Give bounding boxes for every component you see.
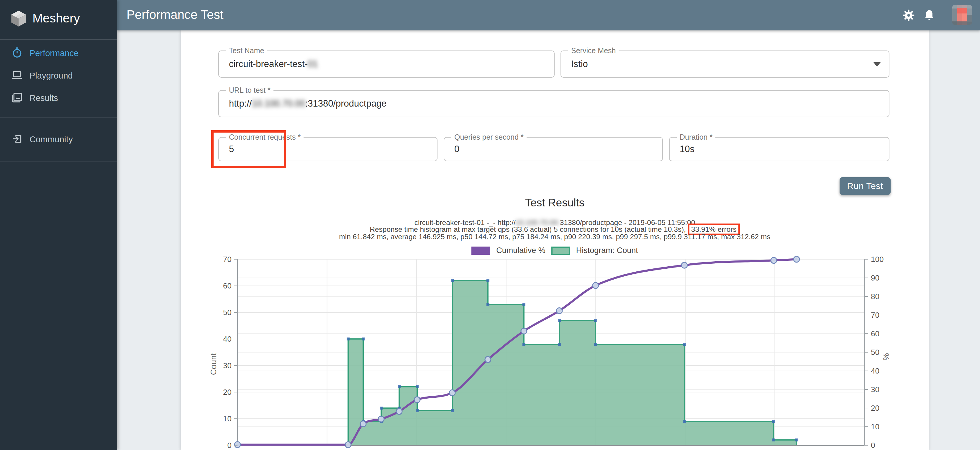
sidebar-item-label: Performance	[30, 48, 78, 58]
duration-field[interactable]: Duration * 10s	[669, 137, 889, 161]
sidebar-item-results[interactable]: Results	[0, 86, 117, 109]
results-summary-line2: Response time histogram at max target qp…	[181, 225, 929, 233]
url-label: URL to test *	[226, 86, 274, 94]
content-card: Test Name circuit-breaker-test-01 Servic…	[181, 30, 929, 450]
svg-text:80: 80	[871, 292, 880, 301]
sidebar-item-label: Community	[30, 135, 73, 144]
duration-label: Duration *	[677, 133, 715, 142]
svg-text:40: 40	[871, 367, 880, 375]
app-title: Meshery	[32, 11, 80, 26]
svg-text:60: 60	[871, 329, 880, 338]
svg-text:40: 40	[223, 335, 232, 343]
blurred-text: 01	[308, 59, 318, 69]
sidebar-item-label: Playground	[30, 71, 73, 81]
user-avatar[interactable]	[952, 5, 972, 25]
svg-text:90: 90	[871, 273, 880, 282]
notifications-bell-icon[interactable]	[923, 9, 936, 22]
annotation-highlight-box	[211, 130, 286, 168]
sidebar-item-playground[interactable]: Playground	[0, 64, 117, 86]
sidebar-divider	[0, 39, 117, 40]
timer-icon	[11, 47, 23, 59]
queries-per-second-value: 0	[454, 144, 459, 155]
sidebar: Meshery Performance Playground	[0, 0, 117, 450]
run-test-button[interactable]: Run Test	[840, 177, 891, 195]
svg-text:10: 10	[223, 414, 232, 423]
sidebar-divider	[0, 117, 117, 118]
svg-text:20: 20	[871, 404, 880, 413]
settings-gear-icon[interactable]	[902, 9, 915, 22]
duration-value: 10s	[680, 144, 694, 155]
results-title: Test Results	[181, 197, 929, 209]
svg-text:60: 60	[223, 281, 232, 290]
meshery-logo-icon	[9, 10, 28, 29]
test-name-label: Test Name	[226, 46, 267, 55]
svg-text:Count: Count	[209, 353, 218, 375]
url-value: http://10.100.70.00:31380/productpage	[229, 98, 387, 109]
svg-text:0: 0	[228, 441, 232, 450]
sidebar-item-community[interactable]: Community	[0, 128, 117, 150]
sidebar-item-label: Results	[30, 93, 58, 103]
svg-text:70: 70	[871, 311, 880, 319]
svg-text:20: 20	[223, 388, 232, 397]
queries-per-second-label: Queries per second *	[451, 133, 527, 142]
url-field[interactable]: URL to test * http://10.100.70.00:31380/…	[218, 90, 889, 117]
header: Performance Test	[117, 0, 980, 30]
svg-text:100: 100	[871, 255, 883, 264]
service-mesh-select[interactable]: Service Mesh Istio	[560, 51, 889, 78]
svg-text:10: 10	[871, 422, 880, 431]
svg-text:0: 0	[871, 441, 875, 450]
service-mesh-value: Istio	[571, 59, 588, 69]
sidebar-item-performance[interactable]: Performance	[0, 41, 117, 64]
test-name-field[interactable]: Test Name circuit-breaker-test-01	[218, 51, 555, 78]
sidebar-divider	[0, 161, 117, 162]
page-title: Performance Test	[127, 8, 223, 22]
avatar-pixelated-image	[952, 5, 972, 25]
service-mesh-label: Service Mesh	[568, 46, 619, 55]
svg-text:50: 50	[223, 308, 232, 317]
svg-text:30: 30	[223, 361, 232, 370]
exit-to-app-icon	[11, 133, 23, 145]
chevron-down-icon	[873, 62, 881, 67]
svg-text:%: %	[881, 353, 891, 361]
queries-per-second-field[interactable]: Queries per second * 0	[444, 137, 663, 161]
test-name-value: circuit-breaker-test-01	[229, 59, 318, 69]
svg-text:30: 30	[871, 385, 880, 394]
meshery-app: Meshery Performance Playground	[0, 0, 980, 450]
results-chart-icon	[11, 91, 23, 103]
brand[interactable]: Meshery	[0, 0, 117, 39]
laptop-icon	[11, 69, 23, 81]
response-time-histogram-chart: 0102030405060700102030405060708090100Cou…	[181, 236, 929, 450]
svg-text:50: 50	[871, 348, 880, 357]
blurred-text: 10.100.70.00	[252, 98, 305, 109]
svg-text:70: 70	[223, 255, 232, 264]
